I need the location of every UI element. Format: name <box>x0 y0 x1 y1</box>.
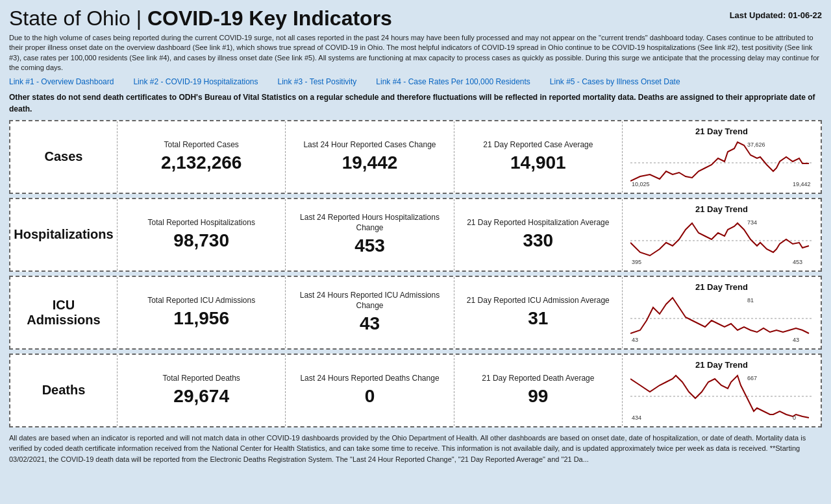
metric-total-cases: Total Reported Cases 2,132,266 <box>118 121 286 193</box>
title-bold: COVID-19 Key Indicators <box>147 6 392 30</box>
svg-text:667: 667 <box>747 375 757 381</box>
metric-label-cases: Cases <box>10 121 118 193</box>
metric-average-icu: 21 Day Reported ICU Admission Average 31 <box>454 277 623 348</box>
svg-text:43: 43 <box>793 337 799 343</box>
svg-text:37,626: 37,626 <box>747 141 765 148</box>
metric-change-icu: Last 24 Hours Reported ICU Admissions Ch… <box>286 277 454 348</box>
disclaimer-text: Due to the high volume of cases being re… <box>9 33 822 73</box>
metric-section-hospitalizations: Hospitalizations Total Reported Hospital… <box>9 198 822 272</box>
total-value-deaths: 29,674 <box>173 386 229 407</box>
change-value-icu: 43 <box>360 313 380 334</box>
link-4[interactable]: Link #4 - Case Rates Per 100,000 Residen… <box>376 77 530 86</box>
metric-title-cases: Cases <box>45 149 83 164</box>
metric-total-icu: Total Reported ICU Admissions 11,956 <box>118 277 286 348</box>
svg-text:19,442: 19,442 <box>793 181 811 187</box>
change-label-hospitalizations: Last 24 Reported Hours Hospitalizations … <box>290 213 449 233</box>
svg-text:10,025: 10,025 <box>632 181 650 187</box>
trend-title-icu: 21 Day Trend <box>695 282 748 292</box>
trend-title-hospitalizations: 21 Day Trend <box>695 204 748 214</box>
change-label-deaths: Last 24 Hours Reported Deaths Change <box>300 374 439 384</box>
metric-label-icu: ICU Admissions <box>10 277 118 348</box>
total-label-deaths: Total Reported Deaths <box>162 374 240 384</box>
trend-chart-hospitalizations: 395 734 453 <box>630 217 812 265</box>
last-updated: Last Updated: 01-06-22 <box>730 6 822 20</box>
metric-average-hospitalizations: 21 Day Reported Hospitalization Average … <box>454 199 623 270</box>
average-label-deaths: 21 Day Reported Death Average <box>482 374 594 384</box>
link-3[interactable]: Link #3 - Test Positivity <box>278 77 357 86</box>
total-label-hospitalizations: Total Reported Hospitalizations <box>147 218 254 228</box>
links-row: Link #1 - Overview Dashboard Link #2 - C… <box>9 77 822 86</box>
trend-chart-cases: 10,025 37,626 19,442 <box>630 139 812 187</box>
footer-text: All dates are based when an indicator is… <box>9 433 822 465</box>
svg-text:434: 434 <box>632 414 641 421</box>
page-wrapper: State of Ohio | COVID-19 Key Indicators … <box>0 0 831 471</box>
link-2[interactable]: Link #2 - COVID-19 Hospitalizations <box>133 77 258 86</box>
metric-title-deaths: Deaths <box>42 383 86 398</box>
metric-change-deaths: Last 24 Hours Reported Deaths Change 0 <box>286 355 454 426</box>
svg-text:81: 81 <box>747 297 754 304</box>
warning-text: Other states do not send death certifica… <box>9 91 822 115</box>
metric-title-icu: ICU Admissions <box>16 298 112 328</box>
total-label-icu: Total Reported ICU Admissions <box>147 296 255 306</box>
metric-section-deaths: Deaths Total Reported Deaths 29,674 Last… <box>9 354 822 427</box>
metric-trend-deaths: 21 Day Trend 434 667 0 <box>623 355 821 426</box>
average-value-cases: 14,901 <box>510 152 566 173</box>
trend-title-cases: 21 Day Trend <box>695 126 748 136</box>
trend-title-deaths: 21 Day Trend <box>695 360 748 370</box>
metric-title-hospitalizations: Hospitalizations <box>14 227 113 242</box>
metrics-container: Cases Total Reported Cases 2,132,266 Las… <box>9 120 822 427</box>
total-value-icu: 11,956 <box>173 308 229 329</box>
header-row: State of Ohio | COVID-19 Key Indicators … <box>9 6 822 30</box>
metric-label-hospitalizations: Hospitalizations <box>10 199 118 270</box>
metric-trend-cases: 21 Day Trend 10,025 37,626 19,442 <box>623 121 821 193</box>
total-value-hospitalizations: 98,730 <box>173 230 229 251</box>
metric-average-deaths: 21 Day Reported Death Average 99 <box>454 355 623 426</box>
svg-text:0: 0 <box>793 414 796 421</box>
total-value-cases: 2,132,266 <box>161 152 242 173</box>
title-plain: State of Ohio | <box>9 6 147 30</box>
average-value-hospitalizations: 330 <box>523 230 553 251</box>
metric-change-cases: Last 24 Hour Reported Cases Change 19,44… <box>286 121 454 193</box>
metric-change-hospitalizations: Last 24 Reported Hours Hospitalizations … <box>286 199 454 270</box>
link-5[interactable]: Link #5 - Cases by Illness Onset Date <box>550 77 680 86</box>
metric-trend-hospitalizations: 21 Day Trend 395 734 453 <box>623 199 821 270</box>
average-label-icu: 21 Day Reported ICU Admission Average <box>467 296 610 306</box>
svg-text:43: 43 <box>632 337 638 343</box>
metric-average-cases: 21 Day Reported Case Average 14,901 <box>454 121 623 193</box>
metric-trend-icu: 21 Day Trend 43 81 43 <box>623 277 821 348</box>
change-value-hospitalizations: 453 <box>354 235 385 256</box>
trend-chart-deaths: 434 667 0 <box>630 372 812 421</box>
svg-text:395: 395 <box>632 259 641 265</box>
average-label-hospitalizations: 21 Day Reported Hospitalization Average <box>467 218 609 228</box>
change-label-cases: Last 24 Hour Reported Cases Change <box>303 140 436 150</box>
average-value-deaths: 99 <box>528 386 548 407</box>
metric-label-deaths: Deaths <box>10 355 118 426</box>
average-value-icu: 31 <box>528 308 548 329</box>
change-value-cases: 19,442 <box>342 152 398 173</box>
average-label-cases: 21 Day Reported Case Average <box>483 140 593 150</box>
last-updated-date: 01-06-22 <box>788 10 822 20</box>
change-value-deaths: 0 <box>365 386 375 407</box>
last-updated-label: Last Updated: <box>730 10 786 20</box>
metric-total-hospitalizations: Total Reported Hospitalizations 98,730 <box>118 199 286 270</box>
metric-section-cases: Cases Total Reported Cases 2,132,266 Las… <box>9 120 822 194</box>
metric-section-icu: ICU Admissions Total Reported ICU Admiss… <box>9 276 822 350</box>
svg-text:734: 734 <box>747 219 757 226</box>
trend-chart-icu: 43 81 43 <box>630 294 812 343</box>
link-1[interactable]: Link #1 - Overview Dashboard <box>9 77 114 86</box>
metric-total-deaths: Total Reported Deaths 29,674 <box>118 355 286 426</box>
page-title: State of Ohio | COVID-19 Key Indicators <box>9 6 392 30</box>
change-label-icu: Last 24 Hours Reported ICU Admissions Ch… <box>290 291 449 311</box>
total-label-cases: Total Reported Cases <box>164 140 238 150</box>
svg-text:453: 453 <box>793 259 802 265</box>
